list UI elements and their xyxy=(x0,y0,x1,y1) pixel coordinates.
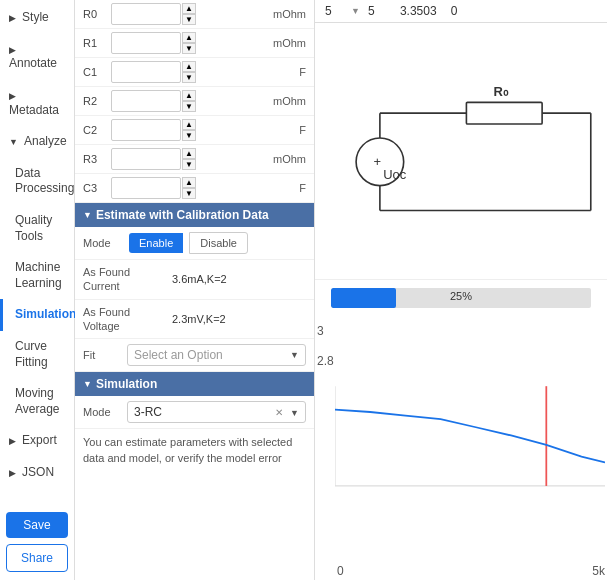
svg-text:Uoc: Uoc xyxy=(383,167,407,182)
param-row-c2: C2 ▲ ▼ F xyxy=(75,116,314,145)
sidebar-item-machine-learning[interactable]: Machine Learning xyxy=(0,252,74,299)
sidebar-item-json[interactable]: ▶ JSON xyxy=(0,457,74,489)
circuit-diagram: R₀ + Uoc xyxy=(315,23,607,279)
param-spinners-r1: ▲ ▼ xyxy=(182,32,196,54)
sidebar-item-analyze[interactable]: ▼ Analyze xyxy=(0,126,74,158)
simulation-section-header[interactable]: ▼ Simulation xyxy=(75,372,314,396)
param-unit-r0: mOhm xyxy=(273,8,306,20)
param-input-wrap-c2: ▲ ▼ xyxy=(111,119,291,141)
save-button[interactable]: Save xyxy=(6,512,68,538)
param-input-wrap-r1: ▲ ▼ xyxy=(111,32,265,54)
spin-up-r1[interactable]: ▲ xyxy=(182,32,196,43)
param-input-wrap-r2: ▲ ▼ xyxy=(111,90,265,112)
progress-section: 25% xyxy=(315,280,607,316)
simulation-mode-row: Mode 3-RC ✕ ▼ xyxy=(75,396,314,429)
circuit-area: R₀ + Uoc xyxy=(315,23,607,280)
sidebar-item-style[interactable]: ▶ Style xyxy=(0,2,74,34)
table-cell-2: 5 xyxy=(362,2,392,20)
svg-rect-0 xyxy=(466,102,542,124)
sidebar-item-curve-fitting[interactable]: Curve Fitting xyxy=(0,331,74,378)
sidebar-item-metadata[interactable]: ▶ Metadata xyxy=(0,80,74,126)
svg-text:+: + xyxy=(373,154,381,169)
as-found-current-row: As Found Current 3.6mA,K=2 xyxy=(75,260,314,300)
param-label-r3: R3 xyxy=(83,153,107,165)
table-cell-4: 0 xyxy=(445,2,464,20)
sidebar-item-annotate[interactable]: ▶ Annotate xyxy=(0,34,74,80)
sidebar-item-moving-average[interactable]: Moving Average xyxy=(0,378,74,425)
param-input-c2[interactable] xyxy=(111,119,181,141)
top-table-row: 5 ▼ 5 3.3503 0 xyxy=(315,0,607,23)
sidebar-item-quality-tools[interactable]: Quality Tools xyxy=(0,205,74,252)
param-row-r0: R0 ▲ ▼ mOhm xyxy=(75,0,314,29)
param-spinners-c2: ▲ ▼ xyxy=(182,119,196,141)
param-input-c3[interactable] xyxy=(111,177,181,199)
spin-up-r3[interactable]: ▲ xyxy=(182,148,196,159)
sidebar-item-export[interactable]: ▶ Export xyxy=(0,425,74,457)
spin-down-c2[interactable]: ▼ xyxy=(182,130,196,141)
progress-container: 25% xyxy=(331,288,591,308)
mode-row: Mode Enable Disable xyxy=(75,227,314,260)
chart-y-labels: 3 2.8 xyxy=(317,324,334,368)
param-input-wrap-c1: ▲ ▼ xyxy=(111,61,291,83)
param-label-r1: R1 xyxy=(83,37,107,49)
param-input-r1[interactable] xyxy=(111,32,181,54)
svg-text:R₀: R₀ xyxy=(493,84,508,99)
annotate-arrow-icon: ▶ xyxy=(9,45,16,55)
calibration-collapse-icon: ▼ xyxy=(83,210,92,220)
param-unit-r1: mOhm xyxy=(273,37,306,49)
spin-up-r2[interactable]: ▲ xyxy=(182,90,196,101)
progress-label: 25% xyxy=(331,290,591,302)
spin-up-r0[interactable]: ▲ xyxy=(182,3,196,14)
simulation-mode-select[interactable]: 3-RC ✕ ▼ xyxy=(127,401,306,423)
param-spinners-r3: ▲ ▼ xyxy=(182,148,196,170)
spin-down-r3[interactable]: ▼ xyxy=(182,159,196,170)
param-row-c3: C3 ▲ ▼ F xyxy=(75,174,314,203)
chart-x-labels: 0 5k xyxy=(337,564,605,578)
param-input-c1[interactable] xyxy=(111,61,181,83)
share-button[interactable]: Share xyxy=(6,544,68,572)
param-input-r3[interactable] xyxy=(111,148,181,170)
param-input-r2[interactable] xyxy=(111,90,181,112)
param-row-c1: C1 ▲ ▼ F xyxy=(75,58,314,87)
analyze-arrow-icon: ▼ xyxy=(9,137,18,147)
sidebar: ▶ Style ▶ Annotate ▶ Metadata ▼ Analyze … xyxy=(0,0,75,580)
spin-down-r2[interactable]: ▼ xyxy=(182,101,196,112)
param-input-r0[interactable] xyxy=(111,3,181,25)
table-cell-3: 3.3503 xyxy=(394,2,443,20)
param-unit-r2: mOhm xyxy=(273,95,306,107)
spin-up-c3[interactable]: ▲ xyxy=(182,177,196,188)
json-arrow-icon: ▶ xyxy=(9,468,16,478)
right-panel: 5 ▼ 5 3.3503 0 R₀ + Uoc xyxy=(315,0,607,580)
table-cell-1: 5 xyxy=(319,2,349,20)
fit-select[interactable]: Select an Option ▼ xyxy=(127,344,306,366)
spin-up-c2[interactable]: ▲ xyxy=(182,119,196,130)
sim-mode-clear-icon[interactable]: ✕ xyxy=(275,407,283,418)
param-rows: R0 ▲ ▼ mOhm R1 ▲ ▼ mOhm C1 xyxy=(75,0,314,203)
param-unit-r3: mOhm xyxy=(273,153,306,165)
spin-down-c3[interactable]: ▼ xyxy=(182,188,196,199)
spin-down-r0[interactable]: ▼ xyxy=(182,14,196,25)
sidebar-item-simulation[interactable]: Simulation xyxy=(0,299,74,331)
main-panel: R0 ▲ ▼ mOhm R1 ▲ ▼ mOhm C1 xyxy=(75,0,315,580)
param-row-r3: R3 ▲ ▼ mOhm xyxy=(75,145,314,174)
spin-down-r1[interactable]: ▼ xyxy=(182,43,196,54)
sidebar-buttons: Save Share xyxy=(0,504,74,580)
table-arrow-icon[interactable]: ▼ xyxy=(351,6,360,16)
calibration-section-header[interactable]: ▼ Estimate with Calibration Data xyxy=(75,203,314,227)
param-label-c1: C1 xyxy=(83,66,107,78)
param-label-r2: R2 xyxy=(83,95,107,107)
disable-button[interactable]: Disable xyxy=(189,232,248,254)
spin-down-c1[interactable]: ▼ xyxy=(182,72,196,83)
chart-svg xyxy=(335,316,605,562)
sidebar-item-data-processing[interactable]: Data Processing xyxy=(0,158,74,205)
param-spinners-r0: ▲ ▼ xyxy=(182,3,196,25)
sim-mode-arrow-icon: ▼ xyxy=(290,408,299,418)
simulation-description: You can estimate parameters with selecte… xyxy=(75,429,314,472)
param-spinners-r2: ▲ ▼ xyxy=(182,90,196,112)
param-unit-c2: F xyxy=(299,124,306,136)
enable-button[interactable]: Enable xyxy=(129,233,183,253)
as-found-voltage-row: As Found Voltage 2.3mV,K=2 xyxy=(75,300,314,340)
spin-up-c1[interactable]: ▲ xyxy=(182,61,196,72)
param-spinners-c3: ▲ ▼ xyxy=(182,177,196,199)
fit-select-arrow-icon: ▼ xyxy=(290,350,299,360)
